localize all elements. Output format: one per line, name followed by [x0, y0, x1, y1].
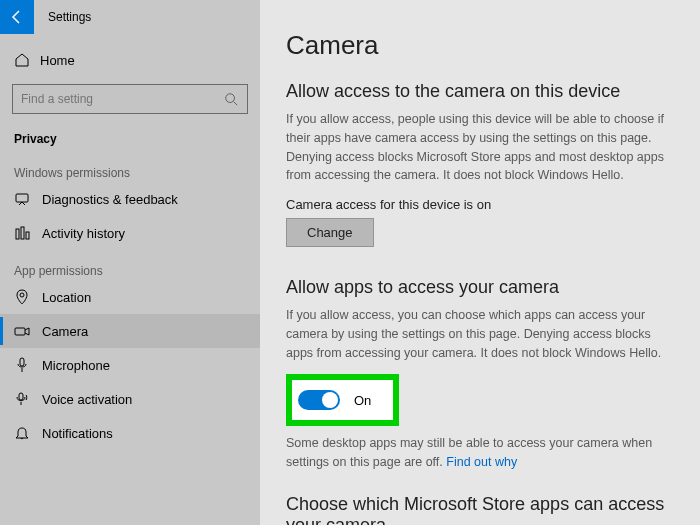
apps-access-toggle[interactable]	[298, 390, 340, 410]
svg-point-5	[20, 293, 24, 297]
svg-rect-4	[26, 232, 29, 239]
highlight-box: On	[286, 374, 399, 426]
sidebar-item-location[interactable]: Location	[0, 280, 260, 314]
microphone-icon	[14, 357, 30, 373]
sidebar-item-camera[interactable]: Camera	[0, 314, 260, 348]
home-link[interactable]: Home	[0, 42, 260, 78]
device-access-status: Camera access for this device is on	[286, 197, 674, 212]
svg-rect-2	[16, 229, 19, 239]
find-out-why-link[interactable]: Find out why	[446, 455, 517, 469]
svg-rect-6	[15, 328, 25, 335]
sidebar-item-label: Activity history	[42, 226, 125, 241]
back-button[interactable]	[0, 0, 34, 34]
sidebar-item-activity-history[interactable]: Activity history	[0, 216, 260, 250]
activity-icon	[14, 225, 30, 241]
section-head: Privacy	[0, 120, 260, 152]
sidebar-item-label: Microphone	[42, 358, 110, 373]
sidebar-item-diagnostics[interactable]: Diagnostics & feedback	[0, 182, 260, 216]
toggle-state-label: On	[354, 393, 371, 408]
search-icon	[223, 91, 239, 107]
change-button[interactable]: Change	[286, 218, 374, 247]
bell-icon	[14, 425, 30, 441]
sidebar-item-label: Notifications	[42, 426, 113, 441]
sidebar-item-label: Voice activation	[42, 392, 132, 407]
camera-icon	[14, 323, 30, 339]
section-body: If you allow access, you can choose whic…	[286, 306, 674, 362]
section-heading-store-apps: Choose which Microsoft Store apps can ac…	[286, 494, 674, 525]
section-heading-apps-access: Allow apps to access your camera	[286, 277, 674, 298]
sidebar-item-label: Location	[42, 290, 91, 305]
page-title: Camera	[286, 30, 674, 61]
content-pane: Camera Allow access to the camera on thi…	[260, 0, 700, 525]
group-windows-permissions: Windows permissions	[0, 152, 260, 182]
desktop-apps-note: Some desktop apps may still be able to a…	[286, 434, 674, 472]
location-icon	[14, 289, 30, 305]
sidebar-item-notifications[interactable]: Notifications	[0, 416, 260, 450]
sidebar-item-label: Diagnostics & feedback	[42, 192, 178, 207]
svg-rect-3	[21, 227, 24, 239]
search-input[interactable]	[21, 92, 223, 106]
svg-rect-1	[16, 194, 28, 202]
svg-rect-7	[20, 358, 24, 366]
section-body: If you allow access, people using this d…	[286, 110, 674, 185]
svg-point-0	[226, 94, 235, 103]
home-label: Home	[40, 53, 75, 68]
feedback-icon	[14, 191, 30, 207]
search-box[interactable]	[12, 84, 248, 114]
app-title: Settings	[48, 10, 91, 24]
sidebar-item-label: Camera	[42, 324, 88, 339]
header: Settings	[0, 0, 260, 34]
group-app-permissions: App permissions	[0, 250, 260, 280]
arrow-left-icon	[9, 9, 25, 25]
sidebar-item-microphone[interactable]: Microphone	[0, 348, 260, 382]
home-icon	[14, 52, 30, 68]
sidebar: Settings Home Privacy Windows permission…	[0, 0, 260, 525]
sidebar-item-voice-activation[interactable]: Voice activation	[0, 382, 260, 416]
svg-rect-8	[19, 393, 23, 400]
section-heading-device-access: Allow access to the camera on this devic…	[286, 81, 674, 102]
voice-icon	[14, 391, 30, 407]
